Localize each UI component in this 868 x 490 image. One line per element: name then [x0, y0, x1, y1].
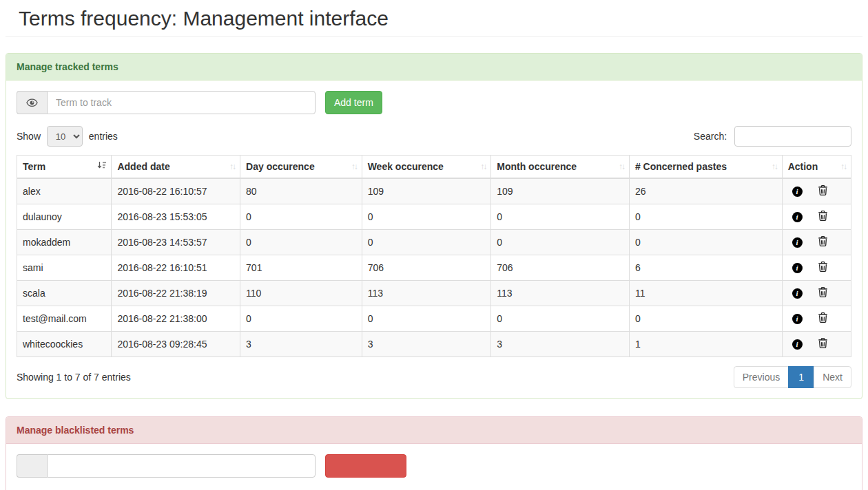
pagination-page-1[interactable]: 1 [788, 366, 814, 388]
tracked-terms-panel-header: Manage tracked terms [6, 54, 862, 81]
sort-both-icon: ↑↓ [840, 162, 846, 171]
added-date-cell: 2016-08-22 21:38:00 [112, 306, 240, 332]
action-cell: i [782, 230, 851, 255]
trash-icon[interactable] [818, 185, 827, 198]
action-cell: i [782, 306, 851, 332]
sort-both-icon: ↑↓ [229, 162, 235, 171]
tracked-terms-panel: Manage tracked terms Add term [6, 53, 862, 399]
month-occurence-cell: 109 [491, 178, 630, 204]
term-cell: whitecoockies [17, 332, 112, 357]
month-occurence-cell: 706 [491, 255, 630, 281]
concerned-pastes-cell: 0 [629, 306, 782, 332]
trash-icon[interactable] [818, 312, 827, 325]
title-divider [6, 36, 862, 37]
info-circle-icon[interactable]: i [792, 237, 803, 248]
added-date-cell: 2016-08-22 16:10:51 [112, 255, 240, 281]
datatable-footer: Showing 1 to 7 of 7 entries Previous 1 N… [17, 366, 851, 388]
concerned-pastes-cell: 0 [629, 230, 782, 255]
term-cell: test@mail.com [17, 306, 112, 332]
table-info-text: Showing 1 to 7 of 7 entries [17, 372, 131, 383]
info-circle-icon[interactable]: i [792, 314, 803, 324]
info-circle-icon[interactable]: i [792, 339, 803, 350]
week-occurence-cell: 3 [362, 332, 491, 357]
month-occurence-cell: 3 [491, 332, 630, 357]
week-occurence-cell: 706 [362, 255, 491, 281]
table-row: scala2016-08-22 21:38:1911011311311i [17, 281, 851, 306]
pagination-previous[interactable]: Previous [734, 366, 789, 388]
trash-icon[interactable] [818, 211, 827, 223]
tracked-terms-panel-title: Manage tracked terms [17, 61, 118, 72]
concerned-pastes-cell: 1 [629, 332, 782, 357]
column-header-week-occurence[interactable]: Week occurence ↑↓ [362, 156, 491, 179]
column-header-day-occurence[interactable]: Day occurence ↑↓ [240, 156, 362, 179]
concerned-pastes-cell: 26 [629, 178, 782, 204]
action-cell: i [782, 332, 851, 357]
table-row: whitecoockies2016-08-23 09:28:453331i [17, 332, 851, 357]
table-row: alex2016-08-22 16:10:578010910926i [17, 178, 851, 204]
action-cell: i [782, 178, 851, 204]
day-occurence-cell: 110 [240, 281, 362, 306]
trash-icon[interactable] [818, 338, 827, 350]
table-header-row: Term Added date [17, 156, 851, 179]
entries-select[interactable]: 10 [47, 126, 83, 147]
sort-both-icon: ↑↓ [480, 162, 486, 171]
day-occurence-cell: 3 [240, 332, 362, 357]
search-input[interactable] [734, 126, 851, 147]
month-occurence-cell: 0 [491, 230, 630, 255]
tracked-terms-table: Term Added date [17, 155, 851, 357]
added-date-cell: 2016-08-22 21:38:19 [112, 281, 240, 306]
week-occurence-cell: 109 [362, 178, 491, 204]
blacklisted-terms-panel-header: Manage blacklisted terms [6, 417, 862, 444]
term-cell: sami [17, 255, 112, 281]
day-occurence-cell: 0 [240, 306, 362, 332]
added-date-cell: 2016-08-23 15:53:05 [112, 204, 240, 230]
eye-icon [26, 98, 38, 107]
search-control: Search: [694, 126, 851, 147]
table-row: mokaddem2016-08-23 14:53:570000i [17, 230, 851, 255]
column-header-month-occurence[interactable]: Month occurence ↑↓ [491, 156, 630, 179]
info-circle-icon[interactable]: i [792, 288, 803, 299]
page-title: Terms frequency: Management interface [19, 7, 862, 30]
trash-icon[interactable] [818, 262, 827, 274]
trash-icon[interactable] [818, 236, 827, 248]
week-occurence-cell: 0 [362, 204, 491, 230]
page-container: Terms frequency: Management interface Ma… [0, 7, 868, 490]
blacklisted-terms-panel-title: Manage blacklisted terms [17, 425, 134, 436]
blacklist-term-input[interactable] [47, 454, 316, 478]
week-occurence-cell: 0 [362, 230, 491, 255]
action-cell: i [782, 281, 851, 306]
concerned-pastes-cell: 11 [629, 281, 782, 306]
column-header-term[interactable]: Term [17, 156, 112, 179]
day-occurence-cell: 0 [240, 204, 362, 230]
tracked-terms-panel-body: Add term Show 10 entries Search: [6, 81, 862, 398]
info-circle-icon[interactable]: i [792, 212, 803, 222]
action-cell: i [782, 255, 851, 281]
info-circle-icon[interactable]: i [792, 263, 803, 273]
add-blacklist-row [17, 454, 851, 478]
term-to-track-input[interactable] [47, 91, 316, 114]
blacklisted-terms-panel-body [6, 444, 862, 490]
day-occurence-cell: 80 [240, 178, 362, 204]
info-circle-icon[interactable]: i [792, 187, 803, 197]
sort-both-icon: ↑↓ [619, 162, 624, 171]
term-cell: scala [17, 281, 112, 306]
column-header-action[interactable]: Action ↑↓ [782, 156, 851, 179]
month-occurence-cell: 0 [491, 306, 630, 332]
term-cell: alex [17, 178, 112, 204]
page-length-control: Show 10 entries [17, 126, 118, 147]
pagination-next[interactable]: Next [814, 366, 851, 388]
column-header-added-date[interactable]: Added date ↑↓ [112, 156, 240, 179]
month-occurence-cell: 0 [491, 204, 630, 230]
blacklist-term-button[interactable] [325, 454, 406, 478]
trash-icon[interactable] [818, 287, 827, 299]
add-term-button[interactable]: Add term [325, 91, 382, 114]
term-cell: mokaddem [17, 230, 112, 255]
column-header-concerned-pastes[interactable]: # Concerned pastes ↑↓ [629, 156, 782, 179]
added-date-cell: 2016-08-22 16:10:57 [112, 178, 240, 204]
search-label: Search: [694, 131, 727, 142]
sort-both-icon: ↑↓ [351, 162, 357, 171]
datatable-controls: Show 10 entries Search: [17, 126, 851, 147]
action-cell: i [782, 204, 851, 230]
month-occurence-cell: 113 [491, 281, 630, 306]
added-date-cell: 2016-08-23 09:28:45 [112, 332, 240, 357]
